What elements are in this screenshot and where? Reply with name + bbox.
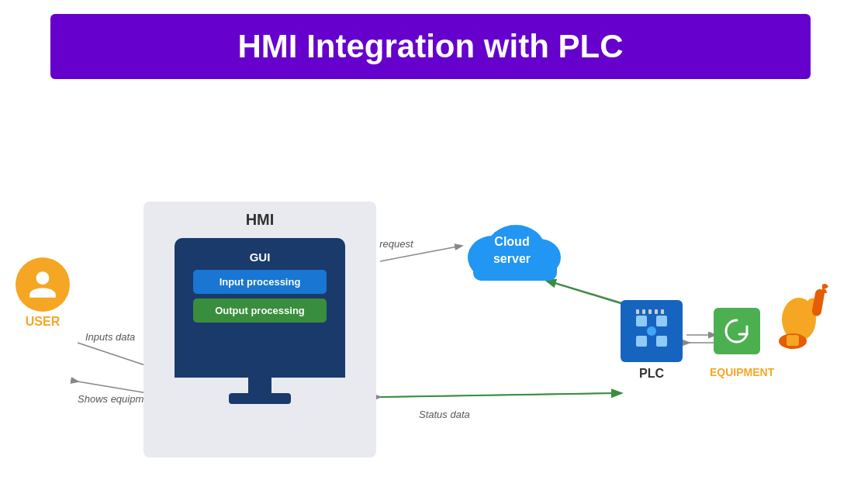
cloud-server-container: Cloud server [458, 207, 566, 285]
inputs-data-label: Inputs data [85, 331, 135, 343]
plc-icon [621, 300, 683, 362]
equipment-arm-icon [768, 281, 830, 361]
robot-arm-icon [768, 281, 830, 358]
cloud-icon: Cloud server [458, 207, 566, 285]
plc-label: PLC [639, 367, 664, 381]
input-processing-btn: Input processing [193, 270, 327, 294]
svg-point-20 [647, 326, 656, 336]
equipment-refresh-icon [714, 308, 760, 354]
svg-rect-21 [636, 309, 639, 314]
monitor-base [229, 393, 291, 404]
monitor-screen: GUI Input processing Output processing [175, 238, 345, 378]
page-header: HMI Integration with PLC [50, 14, 811, 79]
svg-rect-22 [642, 309, 645, 314]
svg-rect-23 [648, 309, 652, 314]
user-label: USER [26, 315, 60, 329]
svg-line-6 [380, 393, 621, 397]
svg-rect-24 [655, 309, 658, 314]
hmi-label: HMI [144, 211, 376, 229]
svg-rect-17 [656, 316, 667, 326]
plc-container: PLC [621, 300, 683, 381]
page-title: HMI Integration with PLC [50, 28, 811, 65]
diagram-area: Inputs data Shows equipment status Chang… [0, 87, 861, 482]
hmi-monitor: GUI Input processing Output processing [163, 238, 357, 432]
svg-rect-19 [656, 336, 667, 347]
svg-line-5 [380, 393, 621, 397]
monitor-neck [248, 378, 271, 393]
svg-rect-30 [787, 335, 799, 346]
status-data-label: Status data [419, 409, 470, 420]
refresh-icon [721, 316, 752, 347]
user-icon: USER [16, 257, 70, 329]
equipment-label: EQUIPMENT [710, 366, 774, 378]
svg-rect-18 [636, 336, 647, 347]
svg-text:Cloud: Cloud [494, 235, 529, 248]
plc-board-icon [628, 308, 675, 354]
svg-text:server: server [493, 252, 531, 265]
output-processing-btn: Output processing [193, 299, 327, 323]
arrows-svg [0, 87, 861, 482]
user-avatar [16, 257, 70, 312]
svg-rect-25 [661, 309, 664, 314]
user-silhouette-icon [26, 268, 59, 301]
svg-rect-16 [636, 316, 647, 326]
gui-label: GUI [250, 250, 271, 264]
